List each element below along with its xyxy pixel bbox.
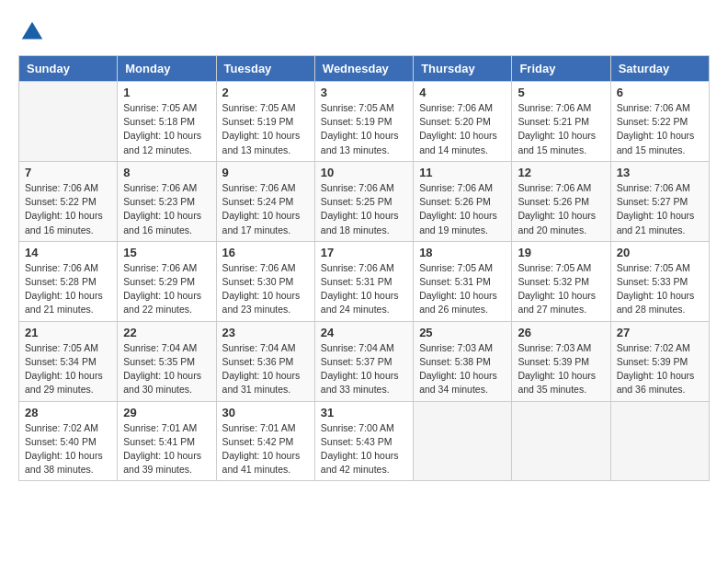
calendar-cell: 7Sunrise: 7:06 AMSunset: 5:22 PMDaylight… [19,161,118,241]
calendar-cell: 24Sunrise: 7:04 AMSunset: 5:37 PMDayligh… [314,321,413,401]
calendar-cell: 20Sunrise: 7:05 AMSunset: 5:33 PMDayligh… [610,241,709,321]
calendar-cell: 19Sunrise: 7:05 AMSunset: 5:32 PMDayligh… [512,241,610,321]
day-info: Sunrise: 7:04 AMSunset: 5:37 PMDaylight:… [321,341,407,397]
day-number: 26 [518,326,604,339]
day-number: 29 [123,406,210,419]
week-row-3: 14Sunrise: 7:06 AMSunset: 5:28 PMDayligh… [19,241,710,321]
calendar-cell: 11Sunrise: 7:06 AMSunset: 5:26 PMDayligh… [414,161,512,241]
day-number: 1 [123,86,210,99]
calendar-cell: 2Sunrise: 7:05 AMSunset: 5:19 PMDaylight… [216,82,314,162]
day-info: Sunrise: 7:06 AMSunset: 5:20 PMDaylight:… [419,101,506,157]
week-row-4: 21Sunrise: 7:05 AMSunset: 5:34 PMDayligh… [19,321,710,401]
day-number: 19 [518,246,604,259]
calendar-cell: 5Sunrise: 7:06 AMSunset: 5:21 PMDaylight… [512,82,610,162]
calendar-cell: 8Sunrise: 7:06 AMSunset: 5:23 PMDaylight… [118,161,216,241]
day-info: Sunrise: 7:01 AMSunset: 5:41 PMDaylight:… [123,421,210,477]
day-info: Sunrise: 7:05 AMSunset: 5:18 PMDaylight:… [123,101,210,157]
calendar-header-row: SundayMondayTuesdayWednesdayThursdayFrid… [19,56,710,82]
day-info: Sunrise: 7:04 AMSunset: 5:35 PMDaylight:… [123,341,210,397]
day-header-wednesday: Wednesday [314,56,413,82]
day-number: 25 [419,326,506,339]
day-number: 15 [123,246,210,259]
day-number: 2 [222,86,309,99]
day-info: Sunrise: 7:06 AMSunset: 5:29 PMDaylight:… [123,261,210,317]
calendar-cell [512,401,610,481]
calendar-cell: 1Sunrise: 7:05 AMSunset: 5:18 PMDaylight… [118,82,216,162]
day-header-monday: Monday [118,56,216,82]
calendar-cell: 4Sunrise: 7:06 AMSunset: 5:20 PMDaylight… [414,82,512,162]
day-info: Sunrise: 7:06 AMSunset: 5:25 PMDaylight:… [321,181,407,237]
day-header-thursday: Thursday [414,56,512,82]
day-info: Sunrise: 7:06 AMSunset: 5:22 PMDaylight:… [25,181,111,237]
day-info: Sunrise: 7:06 AMSunset: 5:27 PMDaylight:… [617,181,703,237]
day-number: 20 [617,246,703,259]
calendar-cell: 31Sunrise: 7:00 AMSunset: 5:43 PMDayligh… [314,401,413,481]
calendar-table: SundayMondayTuesdayWednesdayThursdayFrid… [18,55,710,481]
day-number: 7 [25,166,111,179]
day-number: 3 [321,86,407,99]
day-header-sunday: Sunday [19,56,118,82]
week-row-5: 28Sunrise: 7:02 AMSunset: 5:40 PMDayligh… [19,401,710,481]
calendar-cell: 26Sunrise: 7:03 AMSunset: 5:39 PMDayligh… [512,321,610,401]
calendar-cell: 22Sunrise: 7:04 AMSunset: 5:35 PMDayligh… [118,321,216,401]
day-info: Sunrise: 7:06 AMSunset: 5:23 PMDaylight:… [123,181,210,237]
day-number: 23 [222,326,309,339]
day-info: Sunrise: 7:05 AMSunset: 5:19 PMDaylight:… [321,101,407,157]
calendar-cell: 15Sunrise: 7:06 AMSunset: 5:29 PMDayligh… [118,241,216,321]
day-info: Sunrise: 7:06 AMSunset: 5:21 PMDaylight:… [518,101,604,157]
day-info: Sunrise: 7:06 AMSunset: 5:26 PMDaylight:… [419,181,506,237]
day-number: 24 [321,326,407,339]
day-number: 6 [617,86,703,99]
day-info: Sunrise: 7:05 AMSunset: 5:32 PMDaylight:… [518,261,604,317]
day-header-saturday: Saturday [610,56,709,82]
day-number: 28 [25,406,111,419]
day-number: 17 [321,246,407,259]
calendar-cell: 12Sunrise: 7:06 AMSunset: 5:26 PMDayligh… [512,161,610,241]
day-number: 5 [518,86,604,99]
day-info: Sunrise: 7:05 AMSunset: 5:34 PMDaylight:… [25,341,111,397]
day-info: Sunrise: 7:01 AMSunset: 5:42 PMDaylight:… [222,421,309,477]
day-info: Sunrise: 7:05 AMSunset: 5:31 PMDaylight:… [419,261,506,317]
day-header-friday: Friday [512,56,610,82]
day-header-tuesday: Tuesday [216,56,314,82]
day-number: 9 [222,166,309,179]
day-info: Sunrise: 7:03 AMSunset: 5:39 PMDaylight:… [518,341,604,397]
day-number: 4 [419,86,506,99]
day-info: Sunrise: 7:00 AMSunset: 5:43 PMDaylight:… [321,421,407,477]
day-number: 31 [321,406,407,419]
day-number: 8 [123,166,210,179]
calendar-cell [414,401,512,481]
calendar-cell: 10Sunrise: 7:06 AMSunset: 5:25 PMDayligh… [314,161,413,241]
day-number: 11 [419,166,506,179]
day-number: 12 [518,166,604,179]
day-number: 16 [222,246,309,259]
logo-icon [18,18,46,46]
calendar-cell: 6Sunrise: 7:06 AMSunset: 5:22 PMDaylight… [610,82,709,162]
calendar-cell: 14Sunrise: 7:06 AMSunset: 5:28 PMDayligh… [19,241,118,321]
day-number: 13 [617,166,703,179]
calendar-cell: 3Sunrise: 7:05 AMSunset: 5:19 PMDaylight… [314,82,413,162]
calendar-cell: 28Sunrise: 7:02 AMSunset: 5:40 PMDayligh… [19,401,118,481]
day-number: 30 [222,406,309,419]
day-info: Sunrise: 7:02 AMSunset: 5:39 PMDaylight:… [617,341,703,397]
calendar-cell: 29Sunrise: 7:01 AMSunset: 5:41 PMDayligh… [118,401,216,481]
day-info: Sunrise: 7:06 AMSunset: 5:24 PMDaylight:… [222,181,309,237]
calendar-body: 1Sunrise: 7:05 AMSunset: 5:18 PMDaylight… [19,82,710,481]
day-number: 27 [617,326,703,339]
page-header [18,18,710,46]
day-info: Sunrise: 7:06 AMSunset: 5:30 PMDaylight:… [222,261,309,317]
day-info: Sunrise: 7:06 AMSunset: 5:26 PMDaylight:… [518,181,604,237]
calendar-cell: 25Sunrise: 7:03 AMSunset: 5:38 PMDayligh… [414,321,512,401]
calendar-cell [19,82,118,162]
week-row-2: 7Sunrise: 7:06 AMSunset: 5:22 PMDaylight… [19,161,710,241]
calendar-cell: 13Sunrise: 7:06 AMSunset: 5:27 PMDayligh… [610,161,709,241]
calendar-cell: 18Sunrise: 7:05 AMSunset: 5:31 PMDayligh… [414,241,512,321]
calendar-cell: 16Sunrise: 7:06 AMSunset: 5:30 PMDayligh… [216,241,314,321]
day-info: Sunrise: 7:06 AMSunset: 5:28 PMDaylight:… [25,261,111,317]
day-info: Sunrise: 7:04 AMSunset: 5:36 PMDaylight:… [222,341,309,397]
day-number: 10 [321,166,407,179]
logo [18,18,50,46]
calendar-cell: 23Sunrise: 7:04 AMSunset: 5:36 PMDayligh… [216,321,314,401]
calendar-cell: 21Sunrise: 7:05 AMSunset: 5:34 PMDayligh… [19,321,118,401]
day-info: Sunrise: 7:05 AMSunset: 5:19 PMDaylight:… [222,101,309,157]
